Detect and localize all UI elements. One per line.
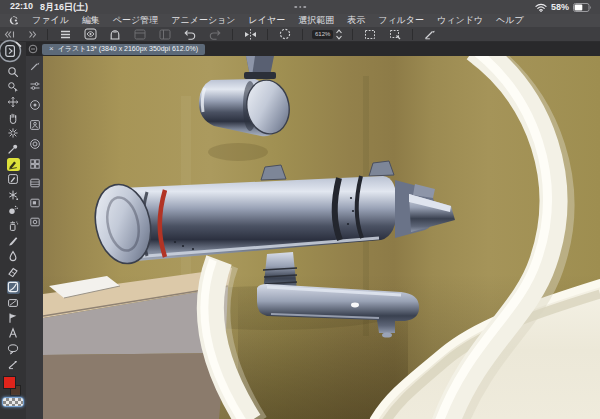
brush-size-icon [29, 80, 41, 92]
rotate-reset-button[interactable] [277, 28, 293, 41]
blend-icon [7, 250, 19, 262]
balloon-icon [7, 343, 19, 355]
line-correction-icon [7, 358, 19, 370]
wifi-icon [535, 3, 547, 12]
close-tab-icon[interactable]: × [49, 45, 54, 53]
menu-icon [60, 30, 71, 39]
layer-property-button[interactable] [29, 197, 41, 209]
status-bar: 22:10 8月16日(土) 58% [0, 0, 600, 14]
text-icon [7, 327, 19, 339]
palette-strip [26, 56, 43, 419]
eyedropper-icon [7, 143, 19, 155]
tool-spray[interactable] [0, 218, 26, 233]
foreground-color-swatch[interactable] [3, 376, 16, 389]
layout-b-button[interactable] [157, 28, 173, 41]
navigator-icon [29, 138, 41, 150]
redo-icon [209, 29, 221, 40]
marker-icon [7, 173, 19, 185]
tool-gradient[interactable] [0, 279, 26, 294]
clock: 22:10 [10, 1, 33, 14]
multitask-dots-icon [294, 6, 306, 9]
tool-eraser[interactable] [0, 264, 26, 279]
zoom-level-control[interactable]: 612% [312, 29, 343, 40]
wand-icon [7, 127, 19, 139]
pen-icon [7, 158, 19, 170]
quick-access-button[interactable] [29, 99, 41, 111]
frame-icon [7, 312, 19, 324]
zoom-stepper-icon[interactable] [335, 29, 343, 40]
tool-move[interactable] [0, 95, 26, 110]
undo-icon [184, 29, 196, 40]
layer-property-icon [29, 197, 41, 209]
sub-view-button[interactable] [29, 216, 41, 228]
tool-property-button[interactable] [29, 60, 41, 72]
tool-balloon[interactable] [0, 341, 26, 356]
menu-help[interactable]: ヘルプ [496, 14, 524, 27]
object-icon [7, 81, 19, 93]
palette-visibility-button[interactable] [82, 28, 98, 41]
rotate-reset-icon [279, 28, 291, 40]
tool-decoration[interactable] [0, 187, 26, 202]
tool-figure[interactable] [0, 295, 26, 310]
canvas-list-icon[interactable] [28, 44, 38, 54]
tool-frame[interactable] [0, 310, 26, 325]
figure-icon [7, 297, 19, 309]
navigator-button[interactable] [29, 138, 41, 150]
redo-button[interactable] [207, 28, 223, 41]
transparent-color-swatch[interactable] [2, 397, 24, 407]
save-button[interactable] [107, 28, 123, 41]
canvas-viewport[interactable] [43, 56, 600, 419]
material-icon [29, 119, 41, 131]
menu-file[interactable]: ファイル [32, 14, 69, 27]
menu-selection[interactable]: 選択範囲 [298, 14, 334, 27]
tool-zoom[interactable] [0, 64, 26, 79]
battery-icon [573, 3, 592, 12]
tool-brush[interactable] [0, 233, 26, 248]
expand-icon [26, 30, 37, 39]
menu-window[interactable]: ウィンドウ [437, 14, 483, 27]
tool-blend[interactable] [0, 249, 26, 264]
tool-airbrush[interactable] [0, 203, 26, 218]
brush-icon [7, 235, 19, 247]
color-set-icon [29, 158, 41, 170]
undo-button[interactable] [182, 28, 198, 41]
material-button[interactable] [29, 119, 41, 131]
rail-expand-button[interactable] [0, 38, 24, 64]
menu-layer[interactable]: レイヤー [249, 14, 286, 27]
decoration-icon [7, 189, 19, 201]
zoom-icon [7, 66, 19, 78]
tool-line-correction[interactable] [0, 356, 26, 371]
palette-visibility-icon [84, 28, 97, 40]
main-menu-button[interactable] [57, 28, 73, 41]
menu-view[interactable]: 表示 [347, 14, 365, 27]
menu-animation[interactable]: アニメーション [171, 14, 235, 27]
active-canvas-tab[interactable]: × イラスト13* (3840 x 2160px 350dpi 612.0%) [42, 44, 205, 55]
menu-filter[interactable]: フィルター [378, 14, 424, 27]
tool-pen[interactable] [0, 156, 26, 171]
tool-object[interactable] [0, 79, 26, 94]
select-area-button[interactable] [362, 28, 378, 41]
menu-page-manage[interactable]: ページ管理 [113, 14, 158, 27]
eraser-icon [7, 266, 19, 278]
color-set-button[interactable] [29, 158, 41, 170]
tool-eyedropper[interactable] [0, 141, 26, 156]
artwork [43, 56, 600, 419]
tool-auto-select[interactable] [0, 126, 26, 141]
battery-percent: 58% [551, 2, 569, 12]
straight-line-button[interactable] [422, 28, 438, 41]
tool-marker[interactable] [0, 172, 26, 187]
layer-panel-button[interactable] [29, 177, 41, 189]
tool-list [0, 64, 26, 372]
clip-studio-logo-icon[interactable] [8, 15, 19, 26]
tool-text[interactable] [0, 326, 26, 341]
layer-panel-icon [29, 177, 41, 189]
brush-size-button[interactable] [29, 80, 41, 92]
menu-edit[interactable]: 編集 [82, 14, 100, 27]
layout-a-icon [134, 29, 146, 40]
save-icon [109, 29, 121, 40]
flip-horizontal-button[interactable] [242, 28, 258, 41]
rail-expand-button-top[interactable] [25, 28, 38, 41]
tool-grab[interactable] [0, 110, 26, 125]
layout-a-button[interactable] [132, 28, 148, 41]
deselect-button[interactable] [387, 28, 403, 41]
